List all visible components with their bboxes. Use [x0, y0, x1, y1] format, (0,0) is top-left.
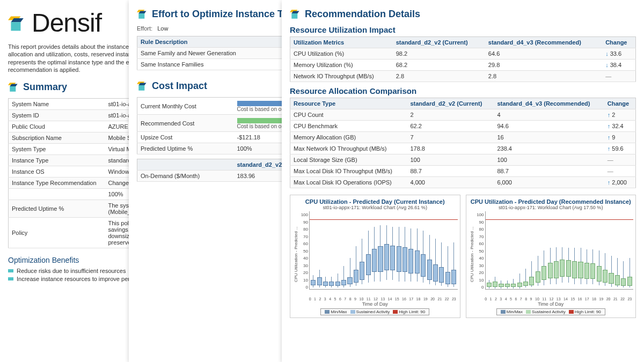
svg-marker-8 — [138, 13, 144, 19]
dash-icon: — — [608, 168, 613, 174]
box-whisker — [316, 211, 322, 289]
section-icon — [8, 81, 20, 93]
box-whisker — [614, 211, 620, 289]
y-axis-label: CPU Utilization - Predicted ... — [469, 211, 475, 297]
chart-legend: Min/MaxSustained ActivityHigh Limit: 90 — [292, 308, 458, 315]
box-rect — [554, 261, 559, 278]
chart-area: CPU Utilization - Predicted ...100908070… — [292, 211, 458, 297]
table-row: Max Local Disk IO Throughput (MB/s)88.78… — [290, 166, 636, 177]
col-header: standard_d4_v3 (Recommended) — [494, 98, 604, 109]
change-cell: ↓38.4 — [602, 60, 635, 71]
change-cell: — — [604, 166, 636, 177]
cell: 2.8 — [485, 71, 602, 82]
x-ticks: 01234567891011121314151617181920212223 — [308, 297, 458, 301]
col-header: standard_d2_v2 (Current) — [407, 98, 494, 109]
box-rect — [433, 264, 438, 282]
dash-icon: — — [608, 157, 613, 163]
box-rect — [627, 277, 632, 286]
legend-swatch — [501, 310, 506, 314]
box-whisker — [572, 211, 577, 289]
box-whisker — [414, 211, 420, 289]
y-axis-label: CPU Utilization - Predicted ... — [292, 211, 299, 297]
svg-marker-5 — [10, 86, 16, 92]
effort-title: Effort to Optimize Instance Type — [152, 9, 299, 20]
row-key: Predicted Uptime % — [9, 200, 105, 218]
cell: 94.6 — [494, 121, 604, 132]
box-rect — [603, 270, 608, 283]
col-header — [137, 159, 234, 171]
table-row: Max Network IO Throughput (MB/s)178.8238… — [290, 143, 636, 154]
rec-title: Recommendation Details — [305, 9, 420, 20]
box-whisker — [486, 211, 492, 289]
table-row: Local Storage Size (GB)100100— — [290, 154, 636, 166]
box-whisker — [516, 211, 522, 289]
box-whisker — [359, 211, 365, 289]
box-whisker — [402, 211, 408, 289]
alloc-title: Resource Allocation Comparison — [290, 86, 636, 95]
row-key: System Type — [9, 144, 105, 155]
brand-logo-icon — [8, 13, 27, 33]
plot-area — [309, 211, 458, 290]
box-whisker — [335, 211, 341, 289]
bullet-icon — [8, 269, 13, 272]
svg-marker-14 — [291, 13, 297, 19]
box-rect — [597, 266, 602, 282]
cost-title: Cost Impact — [152, 80, 207, 92]
table-row: Max Local Disk IO Operations (IOPS)4,000… — [290, 177, 636, 188]
box-whisker — [323, 211, 328, 289]
chart-box: CPU Utilization - Predicted Day (Recomme… — [466, 195, 636, 318]
cell: CPU Count — [290, 109, 407, 121]
box-rect — [487, 283, 492, 286]
box-rect — [341, 280, 346, 285]
alloc-table: Resource Typestandard_d2_v2 (Current)sta… — [290, 98, 636, 188]
table-row: CPU Benchmark62.294.6↑32.4 — [290, 121, 636, 132]
arrow-up-icon: ↑ — [608, 145, 611, 152]
box-whisker — [529, 211, 535, 289]
box-whisker — [328, 211, 334, 289]
row-key: System ID — [9, 110, 105, 121]
change-cell: ↑2,000 — [604, 177, 636, 188]
legend-swatch — [350, 310, 355, 314]
cell: 16 — [494, 132, 604, 143]
change-cell: — — [604, 154, 636, 166]
x-axis-label: Time of Day — [469, 301, 634, 307]
cell: 68.2 — [393, 60, 485, 71]
col-header: Change — [602, 37, 635, 48]
box-rect — [408, 249, 413, 274]
box-rect — [384, 244, 389, 270]
row-key: Instance Type Recommendation — [9, 178, 105, 189]
box-whisker — [584, 211, 590, 289]
cell: Network IO Throughput (MB/s) — [290, 71, 393, 82]
box-rect — [548, 263, 553, 278]
chart-legend: Min/MaxSustained ActivityHigh Limit: 90 — [469, 308, 634, 315]
cell: Max Local Disk IO Operations (IOPS) — [290, 177, 407, 188]
cell: Memory Utilization (%) — [290, 60, 393, 71]
cell: 62.2 — [407, 121, 494, 132]
cell: 6,000 — [494, 177, 604, 188]
plot-area — [485, 211, 634, 290]
box-whisker — [420, 211, 426, 289]
section-icon — [290, 8, 302, 20]
cell: 2 — [407, 109, 494, 121]
box-whisker — [626, 211, 632, 289]
legend-swatch — [569, 310, 574, 314]
arrow-down-icon: ↓ — [605, 50, 609, 57]
cell: 98.2 — [393, 48, 485, 60]
chart-subtitle: st01-io-appx-171: Workload Chart (Avg 17… — [469, 205, 634, 210]
legend-swatch — [325, 310, 330, 314]
box-whisker — [347, 211, 353, 289]
cell: 2.8 — [393, 71, 485, 82]
effort-label: Effort: — [137, 25, 152, 32]
x-ticks: 01234567891011121314151617181920212223 — [484, 297, 634, 301]
box-rect — [523, 282, 528, 286]
box-whisker — [365, 211, 371, 289]
change-cell: ↑2 — [604, 109, 636, 121]
cell: Same Instance Families — [137, 59, 290, 70]
section-icon — [137, 80, 149, 92]
box-rect — [590, 263, 595, 279]
box-whisker — [433, 211, 438, 289]
box-whisker — [547, 211, 553, 289]
box-whisker — [426, 211, 432, 289]
box-rect — [390, 246, 395, 270]
box-whisker — [523, 211, 529, 289]
